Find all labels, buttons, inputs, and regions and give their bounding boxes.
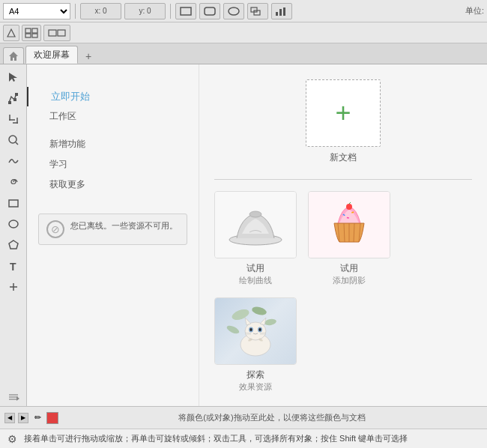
- top-toolbar: A4 A3 Letter x: 0 y: 0 单位:: [0, 0, 487, 22]
- cupcake-card-sublabel: 添加阴影: [333, 275, 366, 286]
- svg-marker-15: [9, 52, 18, 61]
- workspace-menu[interactable]: 工作区: [27, 106, 199, 127]
- svg-point-24: [9, 136, 16, 143]
- hat-card-label: 试用: [246, 262, 264, 275]
- info-bar: ⚙ 接着单击可进行拖动或缩放；再单击可旋转或倾斜；双击工具，可选择所有对象；按住…: [0, 429, 487, 448]
- cupcake-card-label: 试用: [340, 262, 358, 275]
- svg-line-25: [16, 142, 18, 145]
- svg-marker-54: [245, 318, 251, 325]
- gear-icon[interactable]: ⚙: [4, 432, 19, 447]
- svg-point-43: [346, 204, 352, 210]
- info-text: 接着单击可进行拖动或缩放；再单击可旋转或倾斜；双击工具，可选择所有对象；按住 S…: [24, 433, 408, 444]
- svg-point-50: [264, 318, 276, 326]
- svg-marker-8: [7, 29, 15, 37]
- template-card-cupcake[interactable]: 试用 添加阴影: [308, 191, 390, 286]
- svg-rect-18: [13, 98, 16, 101]
- bottom-status-bar: ◀ ▶ ✏ 将颜色(或对象)拖动至此处，以便将这些颜色与文档: [0, 406, 487, 429]
- bar-chart-btn[interactable]: [271, 3, 292, 19]
- new-doc-label: 新文档: [330, 151, 357, 164]
- svg-rect-6: [279, 9, 282, 16]
- start-now-menu[interactable]: 立即开始: [27, 87, 199, 106]
- left-toolbar: T: [0, 64, 27, 406]
- svg-point-51: [226, 324, 241, 335]
- svg-point-37: [249, 211, 261, 217]
- svg-rect-19: [15, 93, 18, 96]
- offline-icon: ⊘: [46, 220, 64, 238]
- next-page-btn[interactable]: ▶: [18, 413, 28, 423]
- svg-rect-0: [181, 7, 191, 15]
- divider-1: [75, 4, 76, 19]
- pencil-btn[interactable]: ✏: [31, 412, 43, 424]
- svg-rect-10: [32, 28, 37, 33]
- home-tab[interactable]: [3, 47, 24, 64]
- svg-point-58: [250, 328, 252, 331]
- polygon-tool[interactable]: [3, 235, 24, 255]
- offline-notice: ⊘ 您已离线。一些资源不可用。: [38, 214, 187, 245]
- svg-rect-9: [25, 28, 31, 33]
- main-area: T 立即开始 工作区 新增功能 学习: [0, 64, 487, 406]
- node-tool[interactable]: [3, 88, 24, 108]
- offline-text: 您已离线。一些资源不可用。: [70, 220, 178, 231]
- welcome-tab[interactable]: 欢迎屏幕: [25, 46, 78, 64]
- svg-rect-13: [49, 30, 56, 36]
- spiral-tool[interactable]: [3, 172, 24, 192]
- tb2-btn3[interactable]: [43, 25, 70, 41]
- unit-label: 单位:: [465, 5, 484, 16]
- cat-card-sublabel: 效果资源: [239, 381, 272, 393]
- left-toolbar-expand[interactable]: [3, 391, 24, 403]
- template-card-hat[interactable]: 试用 绘制曲线: [214, 191, 297, 286]
- rect-shape-btn[interactable]: [175, 3, 196, 19]
- paper-size-select[interactable]: A4 A3 Letter: [3, 3, 70, 19]
- new-doc-btn[interactable]: +: [306, 79, 381, 147]
- template-card-cat[interactable]: 探索 效果资源: [214, 297, 297, 393]
- tb2-btn1[interactable]: [3, 25, 19, 41]
- welcome-area: 立即开始 工作区 新增功能 学习 获取更多 ⊘ 您已离线。一些资源不可用。 + …: [27, 64, 487, 406]
- svg-rect-1: [205, 7, 215, 15]
- zoom-tool[interactable]: [3, 130, 24, 150]
- svg-marker-28: [9, 240, 18, 249]
- svg-rect-5: [276, 12, 278, 16]
- welcome-tab-label: 欢迎屏幕: [34, 49, 70, 61]
- left-menu-panel: 立即开始 工作区 新增功能 学习 获取更多 ⊘ 您已离线。一些资源不可用。: [27, 64, 199, 406]
- svg-rect-17: [8, 101, 11, 104]
- new-features-menu[interactable]: 新增功能: [27, 134, 199, 154]
- new-doc-container: + 新文档: [214, 79, 472, 164]
- cat-card-label: 探索: [246, 369, 264, 381]
- right-content: + 新文档: [199, 64, 487, 406]
- separator: [214, 179, 472, 180]
- svg-point-2: [229, 7, 239, 15]
- svg-rect-26: [9, 200, 18, 207]
- text-tool[interactable]: T: [3, 256, 24, 276]
- coord-x-btn[interactable]: x: 0: [80, 3, 121, 19]
- second-toolbar: [0, 22, 487, 43]
- ellipse-tool[interactable]: [3, 214, 24, 234]
- group-shape-btn[interactable]: [247, 3, 268, 19]
- cat-thumbnail: [214, 297, 297, 365]
- svg-point-27: [9, 220, 18, 228]
- svg-marker-16: [9, 73, 17, 82]
- get-more-menu[interactable]: 获取更多: [27, 175, 199, 195]
- tab-bar: 欢迎屏幕 +: [0, 43, 487, 64]
- svg-text:T: T: [10, 261, 16, 272]
- hat-card-sublabel: 绘制曲线: [239, 275, 272, 286]
- status-text: 将颜色(或对象)拖动至此处，以便将这些颜色与文档: [61, 412, 483, 423]
- color-box[interactable]: [46, 412, 58, 424]
- tb2-btn2[interactable]: [22, 25, 41, 41]
- learn-menu[interactable]: 学习: [27, 154, 199, 175]
- distort-tool[interactable]: [3, 151, 24, 171]
- crop-tool[interactable]: [3, 109, 24, 129]
- add-tool[interactable]: [3, 277, 24, 297]
- arrow-tool[interactable]: [3, 67, 24, 87]
- new-doc-plus-icon: +: [335, 100, 351, 127]
- add-tab-icon: +: [85, 50, 91, 62]
- ellipse-shape-btn[interactable]: [223, 3, 244, 19]
- prev-page-btn[interactable]: ◀: [4, 413, 15, 423]
- toolbar-right: 单位:: [465, 5, 484, 16]
- add-tab-btn[interactable]: +: [80, 49, 97, 64]
- svg-rect-12: [32, 34, 37, 37]
- rounded-rect-shape-btn[interactable]: [199, 3, 220, 19]
- coord-y-btn[interactable]: y: 0: [124, 3, 166, 19]
- template-cards: 试用 绘制曲线: [214, 191, 472, 393]
- svg-point-49: [251, 305, 267, 316]
- rect-tool[interactable]: [3, 193, 24, 213]
